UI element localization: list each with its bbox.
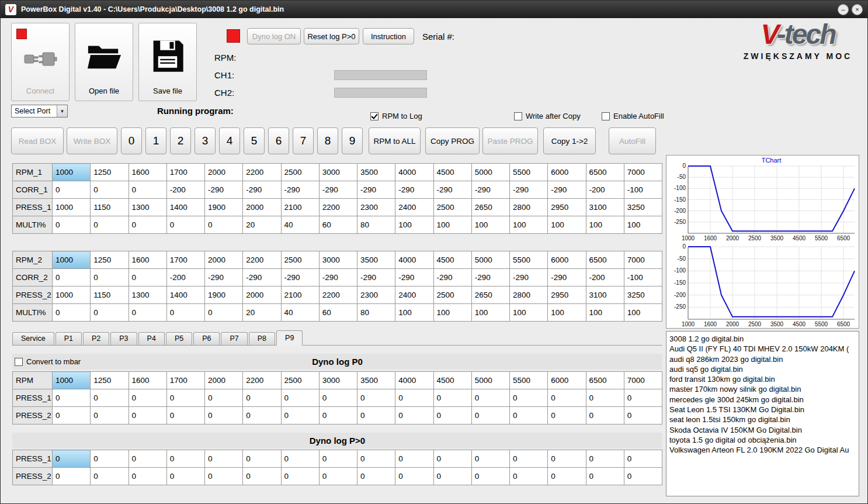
cell-RPM_1-3[interactable]: 1700: [166, 164, 204, 181]
cell-PRESS_2-10[interactable]: 0: [433, 468, 471, 485]
cell-CORR_1-1[interactable]: 0: [91, 181, 129, 199]
cell-RPM_1-6[interactable]: 2500: [281, 164, 319, 181]
cell-PRESS_1-8[interactable]: 0: [357, 450, 395, 468]
cell-PRESS_2-15[interactable]: 3250: [624, 286, 662, 304]
cell-PRESS_1-2[interactable]: 0: [129, 450, 166, 468]
cell-PRESS_1-6[interactable]: 0: [281, 389, 319, 407]
cell-PRESS_2-3[interactable]: 0: [166, 468, 204, 485]
tab-service[interactable]: Service: [12, 332, 54, 345]
digit-button-1[interactable]: 1: [145, 127, 166, 154]
cell-RPM_2-11[interactable]: 5000: [471, 251, 509, 269]
cell-PRESS_2-5[interactable]: 2000: [243, 286, 281, 304]
cell-PRESS_1-1[interactable]: 0: [91, 450, 129, 468]
cell-MULTI%-8[interactable]: 80: [357, 304, 395, 322]
dyno-log-on-button[interactable]: Dyno log ON: [247, 28, 301, 44]
file-list-item[interactable]: audi sq5 go digital.bin: [669, 364, 856, 374]
cell-RPM_1-11[interactable]: 5000: [471, 164, 509, 181]
cell-MULTI%-5[interactable]: 20: [243, 304, 281, 322]
cell-RPM_2-7[interactable]: 3000: [319, 251, 357, 269]
cell-RPM_2-10[interactable]: 4500: [433, 251, 471, 269]
cell-MULTI%-6[interactable]: 40: [281, 216, 319, 234]
digit-button-3[interactable]: 3: [195, 127, 216, 154]
cell-CORR_1-9[interactable]: -290: [395, 181, 433, 199]
read-box-button[interactable]: Read BOX: [11, 127, 64, 154]
cell-PRESS_2-12[interactable]: 0: [510, 468, 548, 485]
cell-RPM-11[interactable]: 5000: [471, 372, 509, 389]
cell-RPM-13[interactable]: 6000: [548, 372, 586, 389]
cell-PRESS_2-9[interactable]: 0: [395, 468, 433, 485]
cell-PRESS_2-8[interactable]: 2300: [357, 286, 395, 304]
cell-CORR_1-7[interactable]: -290: [319, 181, 357, 199]
cell-PRESS_1-14[interactable]: 0: [586, 389, 624, 407]
cell-CORR_1-13[interactable]: -290: [548, 181, 586, 199]
cell-CORR_2-14[interactable]: -200: [586, 269, 624, 286]
cell-RPM_1-10[interactable]: 4500: [433, 164, 471, 181]
cell-MULTI%-10[interactable]: 100: [433, 304, 471, 322]
tab-p7[interactable]: P7: [221, 332, 247, 345]
cell-PRESS_2-14[interactable]: 0: [586, 468, 624, 485]
cell-RPM-2[interactable]: 1600: [129, 372, 166, 389]
cell-CORR_2-11[interactable]: -290: [471, 269, 509, 286]
cell-PRESS_1-12[interactable]: 0: [510, 389, 548, 407]
cell-PRESS_1-11[interactable]: 2650: [471, 199, 509, 216]
cell-PRESS_1-2[interactable]: 0: [129, 389, 166, 407]
cell-PRESS_2-1[interactable]: 0: [91, 468, 129, 485]
cell-PRESS_1-4[interactable]: 1900: [205, 199, 243, 216]
file-list-item[interactable]: ford transit 130km go digital.bin: [669, 374, 856, 384]
cell-CORR_1-4[interactable]: -290: [205, 181, 243, 199]
close-button[interactable]: ×: [852, 4, 863, 15]
cell-PRESS_2-15[interactable]: 0: [624, 468, 662, 485]
tab-p6[interactable]: P6: [193, 332, 220, 345]
cell-MULTI%-3[interactable]: 0: [166, 304, 204, 322]
file-list-item[interactable]: Audi Q5 II (FY FL) 40 TDI MHEV 2.0 150kW…: [669, 344, 856, 354]
cell-RPM-5[interactable]: 2200: [243, 372, 281, 389]
cell-PRESS_1-4[interactable]: 0: [205, 389, 243, 407]
cell-PRESS_1-1[interactable]: 1150: [91, 199, 129, 216]
cell-RPM_2-2[interactable]: 1600: [129, 251, 166, 269]
cell-CORR_2-13[interactable]: -290: [548, 269, 586, 286]
cell-MULTI%-7[interactable]: 60: [319, 216, 357, 234]
tab-p4[interactable]: P4: [138, 332, 165, 345]
file-list-item[interactable]: Seat Leon 1.5 TSI 130KM Go Digital.bin: [669, 405, 856, 415]
cell-PRESS_1-6[interactable]: 2100: [281, 199, 319, 216]
cell-MULTI%-0[interactable]: 0: [53, 304, 91, 322]
cell-RPM_2-9[interactable]: 4000: [395, 251, 433, 269]
cell-PRESS_2-11[interactable]: 0: [471, 468, 509, 485]
cell-MULTI%-13[interactable]: 100: [548, 304, 586, 322]
digit-button-6[interactable]: 6: [268, 127, 289, 154]
cell-MULTI%-15[interactable]: 100: [624, 216, 662, 234]
cell-PRESS_2-5[interactable]: 0: [243, 407, 281, 424]
enable-autofill-checkbox[interactable]: Enable AutoFill: [602, 112, 664, 120]
cell-PRESS_2-5[interactable]: 0: [243, 468, 281, 485]
tab-p3[interactable]: P3: [110, 332, 137, 345]
cell-MULTI%-4[interactable]: 0: [205, 216, 243, 234]
cell-PRESS_1-1[interactable]: 0: [91, 389, 129, 407]
cell-CORR_1-12[interactable]: -290: [510, 181, 548, 199]
cell-RPM-3[interactable]: 1700: [166, 372, 204, 389]
cell-PRESS_2-7[interactable]: 0: [319, 468, 357, 485]
cell-PRESS_1-0[interactable]: 1000: [53, 199, 91, 216]
cell-RPM-9[interactable]: 4000: [395, 372, 433, 389]
cell-MULTI%-3[interactable]: 0: [166, 216, 204, 234]
reset-log-button[interactable]: Reset log P>0: [304, 28, 359, 44]
digit-button-5[interactable]: 5: [244, 127, 265, 154]
write-after-copy-checkbox[interactable]: Write after Copy: [514, 112, 581, 120]
minimize-button[interactable]: –: [838, 4, 849, 15]
cell-MULTI%-14[interactable]: 100: [586, 304, 624, 322]
cell-RPM-0[interactable]: 1000: [53, 372, 91, 389]
cell-PRESS_2-1[interactable]: 0: [91, 407, 129, 424]
file-list-item[interactable]: Skoda Octavia IV 150KM Go Digital.bin: [669, 425, 856, 435]
cell-RPM-6[interactable]: 2500: [281, 372, 319, 389]
cell-PRESS_1-11[interactable]: 0: [471, 389, 509, 407]
cell-PRESS_1-0[interactable]: 0: [53, 450, 91, 468]
rpm-to-log-checkbox[interactable]: RPM to Log: [370, 112, 422, 120]
cell-PRESS_1-4[interactable]: 0: [205, 450, 243, 468]
cell-PRESS_1-0[interactable]: 0: [53, 389, 91, 407]
tab-p2[interactable]: P2: [83, 332, 109, 345]
cell-RPM-12[interactable]: 5500: [510, 372, 548, 389]
cell-MULTI%-9[interactable]: 100: [395, 304, 433, 322]
cell-RPM_2-8[interactable]: 3500: [357, 251, 395, 269]
cell-RPM_2-4[interactable]: 2000: [205, 251, 243, 269]
cell-PRESS_2-9[interactable]: 2400: [395, 286, 433, 304]
cell-MULTI%-0[interactable]: 0: [53, 216, 91, 234]
